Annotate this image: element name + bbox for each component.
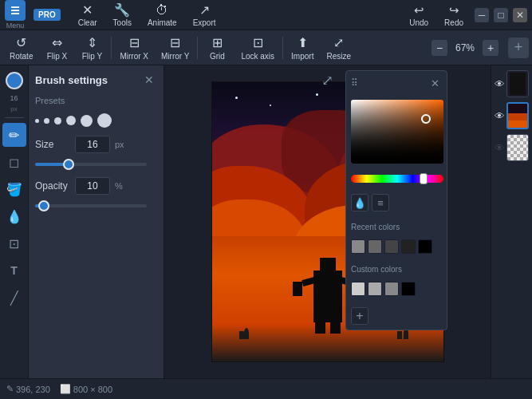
fill-tool[interactable]: 🪣 bbox=[2, 177, 26, 201]
mirror-x-icon: ⊟ bbox=[129, 35, 140, 50]
separator-1 bbox=[111, 37, 112, 59]
brush-size-display: 16 bbox=[10, 94, 18, 102]
preset-4[interactable] bbox=[66, 116, 76, 125]
flip-y-button[interactable]: ⇕ Flip Y bbox=[74, 33, 109, 63]
text-tool[interactable]: T bbox=[2, 259, 26, 282]
import-button[interactable]: ⬆ Import bbox=[285, 33, 320, 63]
color-selector-dot[interactable] bbox=[421, 114, 431, 124]
export-label: Export bbox=[193, 18, 216, 27]
cp-header: ⠿ ✕ bbox=[351, 76, 442, 90]
flip-x-button[interactable]: ⇔ Flip X bbox=[39, 33, 74, 63]
grave-3 bbox=[397, 331, 402, 339]
custom-label: Custom colors bbox=[351, 265, 442, 274]
hue-slider[interactable] bbox=[351, 175, 443, 183]
line-tool[interactable]: ╱ bbox=[2, 286, 26, 310]
custom-color-1[interactable] bbox=[351, 282, 365, 296]
preset-2[interactable] bbox=[44, 118, 49, 124]
eyedropper-tool[interactable]: 💧 bbox=[2, 204, 26, 228]
preset-3[interactable] bbox=[54, 117, 61, 124]
custom-color-4[interactable] bbox=[401, 282, 416, 296]
recent-color-4[interactable] bbox=[401, 239, 416, 254]
opacity-slider-track[interactable] bbox=[35, 204, 147, 207]
layer-3-thumb[interactable] bbox=[506, 134, 529, 161]
hex-input-btn[interactable]: ≡ bbox=[372, 194, 389, 211]
layer-2-thumb[interactable] bbox=[506, 102, 529, 129]
export-button[interactable]: ↗ Export bbox=[185, 1, 224, 29]
lock-axis-button[interactable]: ⊡ Lock axis bbox=[234, 33, 281, 63]
size-input[interactable] bbox=[75, 136, 110, 153]
mirror-y-button[interactable]: ⊟ Mirror Y bbox=[155, 33, 195, 63]
eyedropper-btn[interactable]: 💧 bbox=[351, 194, 368, 211]
close-button[interactable]: ✕ bbox=[513, 8, 527, 22]
char-weapon-left bbox=[293, 282, 302, 296]
left-tool-panel: 16 px ✏ ◻ 🪣 💧 ⊡ T ╱ bbox=[0, 65, 29, 378]
top-toolbar: ☰ Menu PRO ✕ Clear 🔧 Tools ⏱ Animate ↗ E… bbox=[0, 0, 532, 30]
add-color-button[interactable]: + bbox=[351, 307, 368, 325]
brush-panel-title: Brush settings bbox=[35, 74, 108, 86]
recent-color-2[interactable] bbox=[368, 239, 382, 254]
eraser-tool[interactable]: ◻ bbox=[2, 150, 26, 174]
recent-color-5[interactable] bbox=[418, 239, 432, 254]
size-label: Size bbox=[35, 139, 70, 150]
rotate-button[interactable]: ↺ Rotate bbox=[3, 33, 39, 63]
clear-button[interactable]: ✕ Clear bbox=[70, 1, 105, 29]
grid-label: Grid bbox=[210, 52, 225, 61]
zoom-in-button[interactable]: + bbox=[483, 40, 499, 56]
layer-1-row: 👁 bbox=[495, 70, 529, 97]
layer-2-eye[interactable]: 👁 bbox=[495, 110, 505, 122]
layer-1-eye[interactable]: 👁 bbox=[495, 78, 505, 90]
select-tool[interactable]: ⊡ bbox=[2, 231, 26, 255]
lock-axis-icon: ⊡ bbox=[253, 35, 263, 50]
menu-label: Menu bbox=[6, 22, 25, 30]
menu-button[interactable]: ☰ Menu bbox=[5, 0, 26, 30]
tools-button[interactable]: 🔧 Tools bbox=[105, 1, 140, 29]
brush-tool[interactable]: ✏ bbox=[2, 123, 26, 147]
animate-label: Animate bbox=[148, 18, 177, 27]
canvas-area[interactable]: ⤢ bbox=[164, 65, 491, 378]
preset-5[interactable] bbox=[81, 115, 93, 127]
clear-label: Clear bbox=[78, 18, 97, 27]
redo-button[interactable]: ↪ Redo bbox=[438, 2, 470, 29]
status-bar: ✎ 396, 230 ⬜ 800 × 800 bbox=[0, 378, 532, 399]
layer-3-row: 👁 bbox=[495, 134, 529, 161]
cursor-coords: ✎ 396, 230 bbox=[6, 384, 50, 394]
redo-icon: ↪ bbox=[449, 3, 459, 18]
hue-bar-container bbox=[351, 175, 442, 183]
resize-button[interactable]: ⤢ Resize bbox=[320, 33, 357, 63]
recent-color-1[interactable] bbox=[351, 239, 365, 254]
undo-button[interactable]: ↩ Undo bbox=[403, 2, 435, 29]
flip-y-icon: ⇕ bbox=[87, 35, 97, 50]
color-gradient-area[interactable] bbox=[351, 100, 443, 164]
canvas-size-value: 800 × 800 bbox=[73, 385, 112, 394]
mirror-y-label: Mirror Y bbox=[161, 52, 189, 61]
cp-close-button[interactable]: ✕ bbox=[428, 76, 442, 90]
recent-color-3[interactable] bbox=[384, 239, 399, 254]
presets-label: Presets bbox=[35, 96, 157, 105]
opacity-label: Opacity bbox=[35, 180, 70, 192]
hue-handle[interactable] bbox=[420, 173, 428, 184]
custom-swatches bbox=[351, 282, 442, 296]
layer-3-eye[interactable]: 👁 bbox=[495, 142, 505, 154]
minimize-button[interactable]: ─ bbox=[475, 8, 489, 22]
maximize-button[interactable]: □ bbox=[494, 8, 508, 22]
opacity-unit: % bbox=[115, 181, 123, 191]
rotate-label: Rotate bbox=[10, 52, 33, 61]
preset-6[interactable] bbox=[97, 113, 112, 128]
preset-1[interactable] bbox=[35, 119, 39, 123]
app-icon: ☰ bbox=[5, 0, 26, 21]
mirror-x-button[interactable]: ⊟ Mirror X bbox=[113, 33, 155, 63]
brush-panel-close[interactable]: ✕ bbox=[141, 72, 157, 88]
custom-color-3[interactable] bbox=[384, 282, 399, 296]
size-px-label: px bbox=[10, 105, 17, 113]
mirror-x-label: Mirror X bbox=[120, 52, 148, 61]
grid-button[interactable]: ⊞ Grid bbox=[199, 33, 234, 63]
animate-button[interactable]: ⏱ Animate bbox=[140, 2, 185, 29]
custom-color-2[interactable] bbox=[368, 282, 382, 296]
add-layer-button[interactable]: + bbox=[508, 38, 529, 58]
opacity-input[interactable] bbox=[75, 177, 110, 195]
star-1 bbox=[235, 97, 238, 99]
color-swatch[interactable] bbox=[6, 72, 23, 89]
layer-1-thumb[interactable] bbox=[506, 70, 529, 97]
zoom-out-button[interactable]: − bbox=[432, 40, 447, 56]
size-slider-track[interactable] bbox=[35, 163, 147, 166]
